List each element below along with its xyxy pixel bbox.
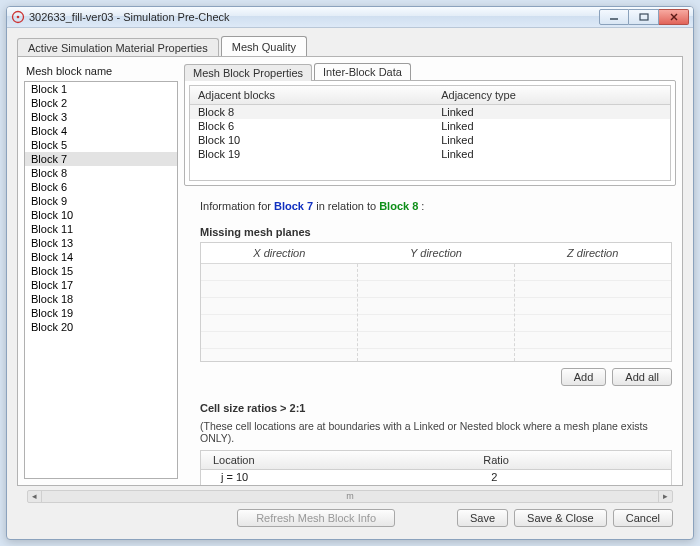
cancel-button[interactable]: Cancel [613, 509, 673, 527]
ratios-note: (These cell locations are at boundaries … [200, 420, 672, 444]
left-pane: Mesh block name Block 1Block 2Block 3Blo… [18, 57, 184, 484]
ratios-group: Cell size ratios > 2:1 [200, 402, 672, 418]
app-window: 302633_fill-ver03 - Simulation Pre-Check… [6, 6, 694, 540]
list-item[interactable]: Block 8 [25, 166, 177, 180]
relation-info-text: Information for Block 7 in relation to B… [200, 200, 672, 212]
adjacent-blocks-table[interactable]: Adjacent blocks Adjacency type Block 8Li… [190, 86, 670, 161]
titlebar: 302633_fill-ver03 - Simulation Pre-Check [7, 7, 693, 28]
list-item[interactable]: Block 5 [25, 138, 177, 152]
table-row[interactable]: Block 19Linked [190, 147, 670, 161]
missing-planes-grid[interactable]: X direction Y direction Z direction [200, 242, 672, 362]
ratios-col-location[interactable]: Location [201, 451, 471, 470]
maximize-button[interactable] [629, 9, 659, 25]
list-item[interactable]: Block 9 [25, 194, 177, 208]
window-title: 302633_fill-ver03 - Simulation Pre-Check [29, 11, 230, 23]
close-button[interactable] [659, 9, 689, 25]
main-tabpanel: Mesh block name Block 1Block 2Block 3Blo… [17, 56, 683, 485]
list-item[interactable]: Block 7 [25, 152, 177, 166]
tab-mesh-block-properties[interactable]: Mesh Block Properties [184, 64, 312, 81]
add-all-button[interactable]: Add all [612, 368, 672, 386]
col-z-direction[interactable]: Z direction [514, 243, 671, 263]
table-row[interactable]: Block 10Linked [190, 133, 670, 147]
adjacent-col-blocks[interactable]: Adjacent blocks [190, 86, 433, 105]
missing-planes-header: X direction Y direction Z direction [201, 243, 671, 264]
client-area: Active Simulation Material Properties Me… [7, 28, 693, 539]
list-item[interactable]: Block 3 [25, 110, 177, 124]
svg-point-1 [17, 16, 20, 19]
list-item[interactable]: Block 20 [25, 320, 177, 334]
table-row[interactable]: Block 8Linked [190, 105, 670, 120]
missing-planes-buttons: Add Add all [200, 368, 672, 386]
inter-block-panel: Adjacent blocks Adjacency type Block 8Li… [184, 80, 676, 186]
mesh-block-listbox[interactable]: Block 1Block 2Block 3Block 4Block 5Block… [24, 81, 178, 478]
missing-planes-body [201, 264, 671, 361]
list-item[interactable]: Block 6 [25, 180, 177, 194]
tab-material-properties[interactable]: Active Simulation Material Properties [17, 38, 219, 57]
relation-block-b: Block 8 [379, 200, 418, 212]
col-y-direction[interactable]: Y direction [358, 243, 515, 263]
sub-tabstrip: Mesh Block Properties Inter-Block Data [184, 63, 676, 80]
horizontal-scrollbar[interactable]: ◂ m ▸ [27, 490, 673, 504]
adjacent-blocks-table-wrap: Adjacent blocks Adjacency type Block 8Li… [189, 85, 671, 181]
col-x-direction[interactable]: X direction [201, 243, 358, 263]
tab-inter-block-data[interactable]: Inter-Block Data [314, 63, 411, 80]
adjacent-col-type[interactable]: Adjacency type [433, 86, 670, 105]
list-item[interactable]: Block 11 [25, 222, 177, 236]
list-item[interactable]: Block 13 [25, 236, 177, 250]
refresh-mesh-button[interactable]: Refresh Mesh Block Info [237, 509, 395, 527]
table-row[interactable]: Block 6Linked [190, 119, 670, 133]
save-button[interactable]: Save [457, 509, 508, 527]
list-item[interactable]: Block 4 [25, 124, 177, 138]
minimize-button[interactable] [599, 9, 629, 25]
missing-planes-group: Missing mesh planes X direction Y direct… [200, 226, 672, 386]
list-item[interactable]: Block 14 [25, 250, 177, 264]
app-icon [11, 10, 25, 24]
svg-rect-3 [640, 14, 648, 20]
relation-block-a: Block 7 [274, 200, 313, 212]
right-pane: Mesh Block Properties Inter-Block Data A… [184, 57, 682, 484]
mesh-list-label: Mesh block name [26, 65, 178, 77]
table-row[interactable]: j = 102 [201, 470, 671, 485]
list-item[interactable]: Block 10 [25, 208, 177, 222]
list-item[interactable]: Block 15 [25, 264, 177, 278]
ratios-title: Cell size ratios > 2:1 [200, 402, 672, 414]
missing-planes-title: Missing mesh planes [200, 226, 672, 238]
scroll-right-icon[interactable]: ▸ [658, 491, 672, 503]
footer-bar: Refresh Mesh Block Info Save Save & Clos… [17, 503, 683, 535]
save-close-button[interactable]: Save & Close [514, 509, 607, 527]
list-item[interactable]: Block 17 [25, 278, 177, 292]
list-item[interactable]: Block 18 [25, 292, 177, 306]
list-item[interactable]: Block 19 [25, 306, 177, 320]
tab-mesh-quality[interactable]: Mesh Quality [221, 36, 307, 56]
window-controls [599, 9, 689, 25]
add-button[interactable]: Add [561, 368, 607, 386]
list-item[interactable]: Block 1 [25, 82, 177, 96]
ratios-table[interactable]: Location Ratio j = 102j = 132 [201, 451, 671, 484]
ratios-table-wrap: Location Ratio j = 102j = 132 [200, 450, 672, 484]
ratios-col-ratio[interactable]: Ratio [471, 451, 671, 470]
scroll-left-icon[interactable]: ◂ [28, 491, 42, 503]
list-item[interactable]: Block 2 [25, 96, 177, 110]
main-tabstrip: Active Simulation Material Properties Me… [17, 36, 683, 56]
